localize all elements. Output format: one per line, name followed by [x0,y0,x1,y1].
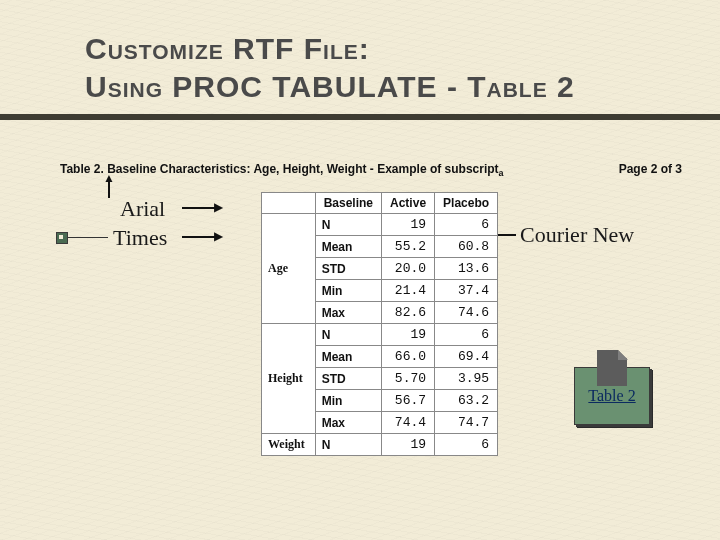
title-line-2: Using PROC TABULATE - Table 2 [85,70,575,103]
arrowhead-right-icon: ▶ [214,229,223,244]
cell-value: 20.0 [382,258,435,280]
table-row: Height N 19 6 [262,324,498,346]
cell-value: 63.2 [435,390,498,412]
slide-title: Customize RTF File: Using PROC TABULATE … [85,30,575,105]
annotation-arial: Arial [120,196,165,222]
bullet-icon [56,232,68,244]
stat-label: Mean [315,236,381,258]
cell-value: 37.4 [435,280,498,302]
stat-label: N [315,214,381,236]
cell-value: 19 [382,214,435,236]
cell-value: 19 [382,324,435,346]
arrow-line [182,236,216,238]
cell-value: 3.95 [435,368,498,390]
cell-value: 6 [435,214,498,236]
cell-value: 74.6 [435,302,498,324]
table-corner [262,193,316,214]
cell-value: 74.4 [382,412,435,434]
stat-label: N [315,434,381,456]
table-caption: Table 2. Baseline Characteristics: Age, … [60,162,504,178]
group-age: Age [262,214,316,324]
title-line-1: Customize RTF File: [85,32,370,65]
title-underline [0,114,720,120]
cell-value: 56.7 [382,390,435,412]
stat-label: STD [315,368,381,390]
table2-link-label: Table 2 [588,387,635,405]
table-caption-subscript: a [499,168,504,178]
col-header-placebo: Placebo [435,193,498,214]
arrow-line [182,207,216,209]
cell-value: 69.4 [435,346,498,368]
cell-value: 6 [435,434,498,456]
table2-link[interactable]: Table 2 [574,367,650,425]
stat-label: Min [315,280,381,302]
stat-label: STD [315,258,381,280]
table-row: Weight N 19 6 [262,434,498,456]
cell-value: 21.4 [382,280,435,302]
annotation-times: Times [113,225,167,251]
cell-value: 82.6 [382,302,435,324]
stat-label: N [315,324,381,346]
cell-value: 6 [435,324,498,346]
table-header-row: Baseline Active Placebo [262,193,498,214]
stat-label: Max [315,412,381,434]
stat-label: Max [315,302,381,324]
cell-value: 66.0 [382,346,435,368]
bullet-leader [68,237,108,238]
col-header-active: Active [382,193,435,214]
arrowhead-up-icon: ▲ [103,171,115,186]
cell-value: 55.2 [382,236,435,258]
cell-value: 74.7 [435,412,498,434]
cell-value: 60.8 [435,236,498,258]
arrowhead-right-icon: ▶ [214,200,223,215]
stat-label: Min [315,390,381,412]
table-caption-row: Table 2. Baseline Characteristics: Age, … [60,162,682,178]
cell-value: 19 [382,434,435,456]
page-marker: Page 2 of 3 [619,162,682,178]
table-row: Age N 19 6 [262,214,498,236]
cell-value: 5.70 [382,368,435,390]
cell-value: 13.6 [435,258,498,280]
annotation-courier: Courier New [520,222,634,248]
col-header-baseline: Baseline [315,193,381,214]
group-weight: Weight [262,434,316,456]
proc-tabulate-table: Baseline Active Placebo Age N 19 6 Mean … [261,192,498,456]
stat-label: Mean [315,346,381,368]
table-caption-text: Table 2. Baseline Characteristics: Age, … [60,162,499,176]
group-height: Height [262,324,316,434]
